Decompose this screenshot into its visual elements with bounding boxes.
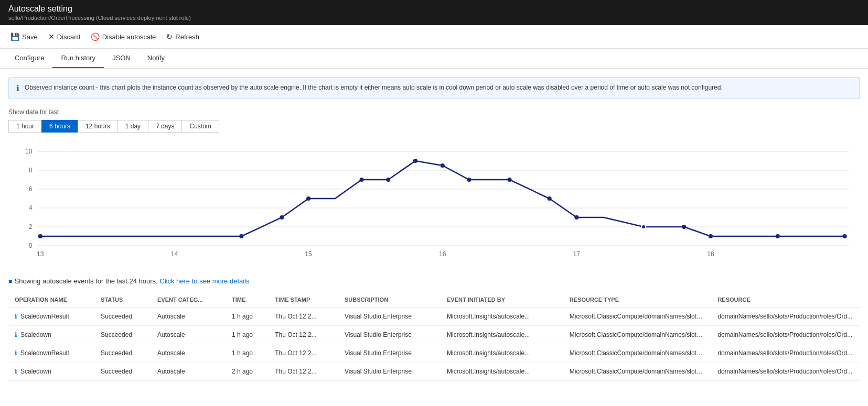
cell-resource-3: domainNames/sello/slots/Production/roles… [711,363,860,381]
cell-time-3: 2 h ago [226,363,269,381]
save-button[interactable]: 💾 Save [6,30,42,43]
col-timestamp: TIME STAMP [269,292,338,308]
save-icon: 💾 [10,32,19,41]
svg-point-32 [709,234,713,238]
events-table-body: ℹ ScaledownResult Succeeded Autoscale 1 … [8,308,860,381]
discard-button[interactable]: ✕ Discard [44,30,84,43]
cell-resource-type-1: Microsoft.ClassicCompute/domainNames/slo… [563,326,712,344]
cell-category-3: Autoscale [151,363,226,381]
cell-time-1: 1 h ago [226,326,269,344]
cell-resource-0: domainNames/sello/slots/Production/roles… [711,308,860,326]
cell-initiated-2: Microsoft.Insights/autoscale... [441,344,563,363]
cell-resource-2: domainNames/sello/slots/Production/roles… [711,344,860,363]
chart-container: 0 2 4 6 8 10 13 14 15 16 17 18 [8,141,860,261]
svg-point-29 [574,215,578,220]
info-icon: ℹ [16,83,19,93]
cell-resource-type-0: Microsoft.ClassicCompute/domainNames/slo… [563,308,712,326]
cell-time-2: 1 h ago [226,344,269,363]
svg-point-21 [306,196,310,201]
tab-configure[interactable]: Configure [6,49,52,68]
page-subtitle: sello/Production/OrderProcessing (Cloud … [8,15,860,21]
col-initiated-by: EVENT INITIATED BY [441,292,563,308]
svg-point-31 [682,225,686,229]
cell-initiated-0: Microsoft.Insights/autoscale... [441,308,563,326]
cell-status-1: Succeeded [94,326,151,344]
svg-point-18 [38,234,42,238]
col-category: EVENT CATEG... [151,292,226,308]
cell-status-3: Succeeded [94,363,151,381]
cell-initiated-1: Microsoft.Insights/autoscale... [441,326,563,344]
svg-point-24 [413,159,417,163]
time-btn-1hour[interactable]: 1 hour [8,120,41,133]
cell-subscription-1: Visual Studio Enterprise [338,326,441,344]
cell-category-2: Autoscale [151,344,226,363]
time-btn-6hours[interactable]: 6 hours [41,120,78,133]
cell-category-0: Autoscale [151,308,226,326]
events-table-container: OPERATION NAME STATUS EVENT CATEG... TIM… [8,292,860,381]
cell-time-0: 1 h ago [226,308,269,326]
svg-text:8: 8 [29,167,33,174]
cell-operation-3: ℹ Scaledown [8,363,94,381]
cell-status-0: Succeeded [94,308,151,326]
table-row[interactable]: ℹ Scaledown Succeeded Autoscale 2 h ago … [8,363,860,381]
tabs-container: Configure Run history JSON Notify [0,49,868,69]
instance-count-chart: 0 2 4 6 8 10 13 14 15 16 17 18 [8,141,860,261]
row-info-icon-3: ℹ [15,368,17,375]
svg-point-30 [641,225,646,229]
svg-text:0: 0 [29,242,33,249]
tab-run-history[interactable]: Run history [52,49,104,68]
svg-point-28 [548,196,552,201]
cell-subscription-2: Visual Studio Enterprise [338,344,441,363]
events-icon: ■ [8,277,13,285]
disable-icon: 🚫 [91,32,100,41]
tab-notify[interactable]: Notify [139,49,173,68]
cell-subscription-0: Visual Studio Enterprise [338,308,441,326]
cell-operation-1: ℹ Scaledown [8,326,94,344]
svg-point-22 [359,178,363,182]
svg-text:16: 16 [439,250,446,258]
table-row[interactable]: ℹ ScaledownResult Succeeded Autoscale 1 … [8,344,860,363]
cell-operation-2: ℹ ScaledownResult [8,344,94,363]
cell-timestamp-2: Thu Oct 12 2... [269,344,338,363]
cell-subscription-3: Visual Studio Enterprise [338,363,441,381]
col-subscription: SUBSCRIPTION [338,292,441,308]
time-btn-1day[interactable]: 1 day [117,120,148,133]
time-selector-label: Show data for last [8,108,860,116]
col-resource: RESOURCE [711,292,860,308]
cell-status-2: Succeeded [94,344,151,363]
time-btn-7days[interactable]: 7 days [148,120,181,133]
main-content: ℹ Observed instance count - this chart p… [0,69,868,389]
events-table: OPERATION NAME STATUS EVENT CATEG... TIM… [8,292,860,381]
cell-resource-1: domainNames/sello/slots/Production/roles… [711,326,860,344]
events-details-link[interactable]: Click here to see more details [159,277,249,285]
svg-point-23 [386,178,390,182]
time-btn-12hours[interactable]: 12 hours [78,120,117,133]
cell-initiated-3: Microsoft.Insights/autoscale... [441,363,563,381]
col-status: STATUS [94,292,151,308]
svg-text:2: 2 [29,223,33,231]
svg-text:6: 6 [29,185,33,193]
time-btn-custom[interactable]: Custom [181,120,219,133]
svg-point-27 [507,178,511,182]
tab-json[interactable]: JSON [104,49,139,68]
discard-icon: ✕ [48,32,55,41]
events-section: ■ Showing autoscale events for the last … [8,277,860,381]
row-info-icon-0: ℹ [15,313,17,320]
svg-point-33 [776,234,780,238]
row-info-icon-1: ℹ [15,331,17,338]
table-row[interactable]: ℹ ScaledownResult Succeeded Autoscale 1 … [8,308,860,326]
cell-category-1: Autoscale [151,326,226,344]
svg-text:18: 18 [707,250,714,258]
info-text: Observed instance count - this chart plo… [25,83,723,92]
info-banner: ℹ Observed instance count - this chart p… [8,77,860,99]
refresh-button[interactable]: ↻ Refresh [162,30,203,43]
svg-text:14: 14 [171,250,178,258]
table-header: OPERATION NAME STATUS EVENT CATEG... TIM… [8,292,860,308]
svg-point-19 [239,234,243,238]
disable-autoscale-button[interactable]: 🚫 Disable autoscale [87,30,160,43]
row-info-icon-2: ℹ [15,349,17,357]
col-operation: OPERATION NAME [8,292,94,308]
svg-point-25 [441,163,445,168]
cell-resource-type-3: Microsoft.ClassicCompute/domainNames/slo… [563,363,712,381]
table-row[interactable]: ℹ Scaledown Succeeded Autoscale 1 h ago … [8,326,860,344]
